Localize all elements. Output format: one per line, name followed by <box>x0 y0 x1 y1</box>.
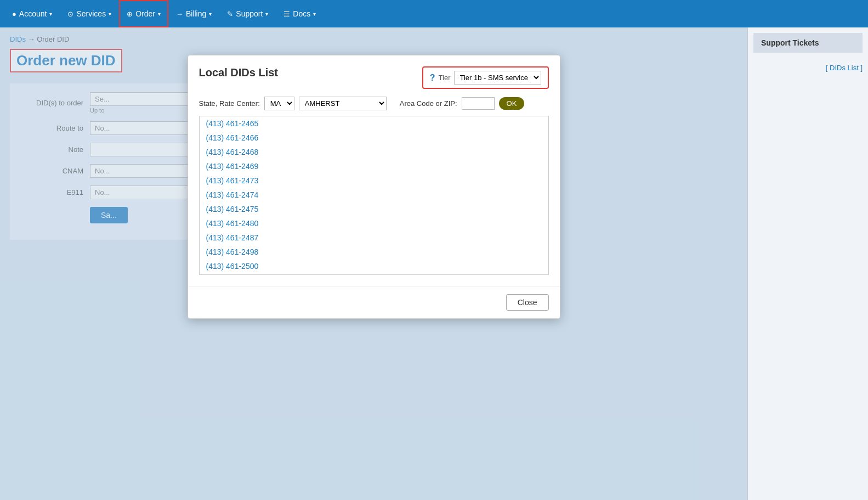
dids-list-link: [ DIDs List ] <box>753 64 863 72</box>
nav-billing[interactable]: → Billing ▾ <box>168 0 219 27</box>
nav-support-label: Support <box>236 9 263 18</box>
nav-docs-label: Docs <box>293 9 310 18</box>
modal-top: Local DIDs List ? Tier Tier 1a - basicTi… <box>199 66 549 89</box>
nav-billing-label: Billing <box>186 9 206 18</box>
docs-icon: ☰ <box>283 10 290 18</box>
local-dids-modal: Local DIDs List ? Tier Tier 1a - basicTi… <box>188 55 560 319</box>
did-item[interactable]: (413) 461-2468 <box>200 145 548 159</box>
nav-account[interactable]: ● Account ▾ <box>4 0 60 27</box>
ok-button[interactable]: OK <box>499 97 525 110</box>
account-icon: ● <box>12 10 16 18</box>
area-code-input[interactable] <box>462 97 495 110</box>
did-item[interactable]: (413) 461-2466 <box>200 131 548 145</box>
tier-select[interactable]: Tier 1a - basicTier 1b - SMS serviceTier… <box>454 71 541 85</box>
filter-label: State, Rate Center: <box>199 99 260 108</box>
page-body: DIDs → Order DID Order new DID DID(s) to… <box>0 27 868 500</box>
modal-overlay: Local DIDs List ? Tier Tier 1a - basicTi… <box>0 27 747 500</box>
modal-title: Local DIDs List <box>199 66 278 79</box>
did-item[interactable]: (413) 461-2487 <box>200 231 548 245</box>
dids-list-link-anchor[interactable]: [ DIDs List ] <box>826 64 863 72</box>
support-tickets-box: Support Tickets <box>753 33 863 53</box>
area-code-label: Area Code or ZIP: <box>400 99 457 108</box>
top-navigation: ● Account ▾ ⊙ Services ▾ ⊕ Order ▾ → Bil… <box>0 0 868 27</box>
modal-footer: Close <box>188 286 560 318</box>
nav-docs[interactable]: ☰ Docs ▾ <box>276 0 324 27</box>
nav-services[interactable]: ⊙ Services ▾ <box>60 0 119 27</box>
right-sidebar: Support Tickets [ DIDs List ] <box>747 27 868 500</box>
nav-services-arrow: ▾ <box>109 11 111 17</box>
tier-info-icon: ? <box>430 73 435 83</box>
nav-support[interactable]: ✎ Support ▾ <box>219 0 276 27</box>
did-item[interactable]: (413) 461-2474 <box>200 188 548 202</box>
filter-row: State, Rate Center: MA CA NY TX AMHERST … <box>199 97 549 110</box>
did-item[interactable]: (413) 461-2465 <box>200 116 548 131</box>
order-icon: ⊕ <box>127 10 133 18</box>
nav-billing-arrow: ▾ <box>209 11 212 17</box>
close-button[interactable]: Close <box>506 294 549 311</box>
services-icon: ⊙ <box>67 10 73 18</box>
nav-order-label: Order <box>135 9 155 18</box>
did-list-container[interactable]: (413) 461-2465(413) 461-2466(413) 461-24… <box>199 116 549 275</box>
nav-account-arrow: ▾ <box>49 11 52 17</box>
main-content: DIDs → Order DID Order new DID DID(s) to… <box>0 27 747 500</box>
modal-body: Local DIDs List ? Tier Tier 1a - basicTi… <box>188 55 560 286</box>
tier-box: ? Tier Tier 1a - basicTier 1b - SMS serv… <box>422 66 549 89</box>
nav-order-arrow: ▾ <box>158 11 161 17</box>
tier-label: Tier <box>439 74 451 82</box>
did-item[interactable]: (413) 461-2500 <box>200 259 548 273</box>
did-item[interactable]: (413) 461-2498 <box>200 245 548 259</box>
did-item[interactable]: (413) 461-2469 <box>200 159 548 173</box>
nav-support-arrow: ▾ <box>265 11 268 17</box>
billing-icon: → <box>176 10 183 18</box>
did-item[interactable]: (413) 461-2475 <box>200 202 548 216</box>
state-select[interactable]: MA CA NY TX <box>264 97 294 110</box>
did-item[interactable]: (413) 461-2473 <box>200 173 548 188</box>
support-icon: ✎ <box>227 10 233 18</box>
nav-services-label: Services <box>76 9 106 18</box>
nav-account-label: Account <box>19 9 47 18</box>
ratecenter-select[interactable]: AMHERST BOSTON SPRINGFIELD <box>299 97 387 110</box>
did-item[interactable]: (413) 461-2480 <box>200 216 548 231</box>
nav-docs-arrow: ▾ <box>313 11 316 17</box>
nav-order[interactable]: ⊕ Order ▾ <box>119 0 168 27</box>
